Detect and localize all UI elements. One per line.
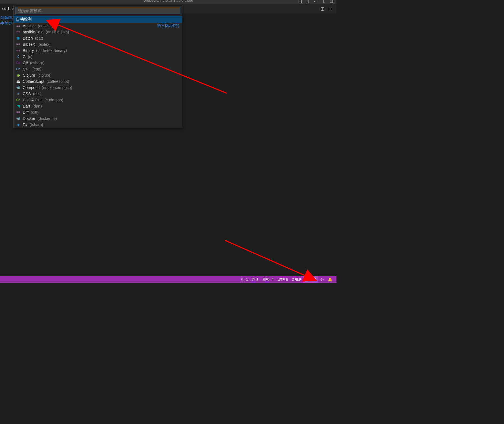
language-id: (fsharp) [29, 122, 43, 127]
text-icon: ≡ [16, 30, 20, 34]
language-name: BibTeX [23, 42, 35, 47]
css-icon: # [16, 92, 20, 96]
language-id: (c) [28, 54, 32, 59]
language-option-f-[interactable]: ◆F#(fsharp) [14, 122, 182, 128]
language-id: (clojure) [37, 73, 52, 77]
language-id: (diff) [31, 110, 39, 115]
language-id: (bibtex) [37, 42, 51, 47]
language-name: CSS [23, 92, 31, 96]
status-feedback-icon[interactable]: ⯑ [318, 276, 326, 283]
language-name: Ansible [23, 24, 36, 28]
language-id: (ansible-jinja) [46, 30, 69, 34]
title-bar: Untitled-1 - Visual Studio Code ◫ ▯ ▭ | … [0, 0, 336, 4]
customize-layout-icon[interactable]: ▦ [329, 0, 334, 3]
language-option-bibtex[interactable]: ≡BibTeX(bibtex) [14, 41, 182, 47]
language-option-coffeescript[interactable]: ☕CoffeeScript(coffeescript) [14, 78, 182, 85]
more-actions-icon[interactable]: ⋯ [328, 6, 333, 11]
language-name: Docker [23, 116, 35, 121]
language-id: (bat) [35, 36, 43, 40]
status-eol[interactable]: CRLF [290, 276, 303, 283]
csharp-icon: C# [16, 61, 20, 65]
language-option-diff[interactable]: ≡Diff(diff) [14, 109, 182, 115]
text-icon: ≡ [16, 24, 20, 28]
language-id: (coffeescript) [47, 79, 69, 84]
toggle-secondary-icon[interactable]: ▭ [313, 0, 318, 3]
cuda-icon: C⁺ [16, 98, 20, 102]
fsharp-icon: ◆ [16, 122, 20, 127]
language-id: (cpp) [32, 67, 41, 71]
cpp-icon: C⁺ [16, 67, 20, 71]
text-icon: ≡ [16, 48, 20, 53]
language-name: ansible-jinja [23, 30, 43, 34]
language-option-css[interactable]: #CSS(css) [14, 91, 182, 97]
toggle-sidebar-icon[interactable]: ▯ [306, 0, 310, 3]
clj-icon: ◉ [16, 73, 20, 77]
language-option-compose[interactable]: 🐳Compose(dockercompose) [14, 85, 182, 91]
split-editor-icon[interactable]: ◫ [320, 6, 324, 11]
coffee-icon: ☕ [16, 79, 20, 84]
language-quickpick: 自动检测 ≡Ansible(ansible)语言(标识符)≡ansible-ji… [13, 5, 182, 128]
language-option-c[interactable]: CC(c) [14, 54, 182, 60]
language-id: (dockercompose) [42, 85, 72, 90]
docker-icon: 🐳 [16, 116, 20, 121]
language-id: (cuda-cpp) [44, 98, 63, 102]
language-id: (css) [33, 92, 42, 96]
language-name: Batch [23, 36, 33, 40]
language-option-cuda-c-[interactable]: C⁺CUDA C++(cuda-cpp) [14, 97, 182, 103]
language-name: Compose [23, 85, 40, 90]
quickpick-input[interactable] [15, 7, 180, 14]
language-id: (csharp) [30, 61, 44, 65]
quickpick-column-header: 语言(标识符) [157, 23, 179, 28]
language-name: Dart [23, 104, 30, 108]
text-icon: ≡ [16, 110, 20, 115]
language-option-ansible[interactable]: ≡Ansible(ansible)语言(标识符) [14, 23, 182, 29]
language-name: Clojure [23, 73, 35, 77]
language-name: C# [23, 61, 28, 65]
language-option-batch[interactable]: ⊞Batch(bat) [14, 35, 182, 41]
language-name: F# [23, 122, 27, 127]
language-id: (code-text-binary) [36, 48, 67, 53]
language-option-c-[interactable]: C#C#(csharp) [14, 60, 182, 66]
language-option-c-[interactable]: C⁺C++(cpp) [14, 66, 182, 72]
language-name: C [23, 54, 26, 59]
status-encoding[interactable]: UTF-8 [276, 276, 290, 283]
status-indent[interactable]: 空格: 4 [260, 276, 276, 283]
language-name: Diff [23, 110, 29, 115]
status-bell-icon[interactable]: 🔔 [326, 276, 334, 283]
svg-line-1 [225, 240, 307, 276]
language-option-ansible-jinja[interactable]: ≡ansible-jinja(ansible-jinja) [14, 29, 182, 35]
status-cursor-position[interactable]: 行 1，列 1 [239, 276, 260, 283]
quickpick-list: ≡Ansible(ansible)语言(标识符)≡ansible-jinja(a… [14, 23, 182, 128]
language-id: (dart) [32, 104, 42, 108]
status-bar: 行 1，列 1 空格: 4 UTF-8 CRLF 纯文本 ⯑ 🔔 [0, 276, 336, 283]
language-option-dart[interactable]: ◥Dart(dart) [14, 103, 182, 109]
language-id: (dockerfile) [37, 116, 57, 121]
separator: | [321, 0, 326, 3]
language-option-binary[interactable]: ≡Binary(code-text-binary) [14, 47, 182, 54]
language-option-docker[interactable]: 🐳Docker(dockerfile) [14, 115, 182, 122]
window-title: Untitled-1 - Visual Studio Code [143, 0, 193, 3]
language-name: CUDA C++ [23, 98, 42, 102]
language-name: CoffeeScript [23, 79, 44, 84]
title-layout-icons: ◫ ▯ ▭ | ▦ [298, 0, 334, 3]
language-id: (ansible) [38, 24, 53, 28]
language-option-clojure[interactable]: ◉Clojure(clojure) [14, 72, 182, 78]
text-icon: ≡ [16, 42, 20, 47]
tab-label: ed-1 [2, 6, 10, 11]
tab-actions: ◫ ⋯ [320, 4, 336, 13]
toggle-panel-icon[interactable]: ◫ [298, 0, 302, 3]
status-language-mode[interactable]: 纯文本 [303, 276, 318, 283]
language-name: Binary [23, 48, 34, 53]
dart-icon: ◥ [16, 104, 20, 108]
language-name: C++ [23, 67, 30, 71]
bat-icon: ⊞ [16, 36, 20, 40]
quickpick-header[interactable]: 自动检测 [14, 16, 182, 23]
c-icon: C [16, 54, 20, 59]
docker-icon: 🐳 [16, 85, 20, 90]
